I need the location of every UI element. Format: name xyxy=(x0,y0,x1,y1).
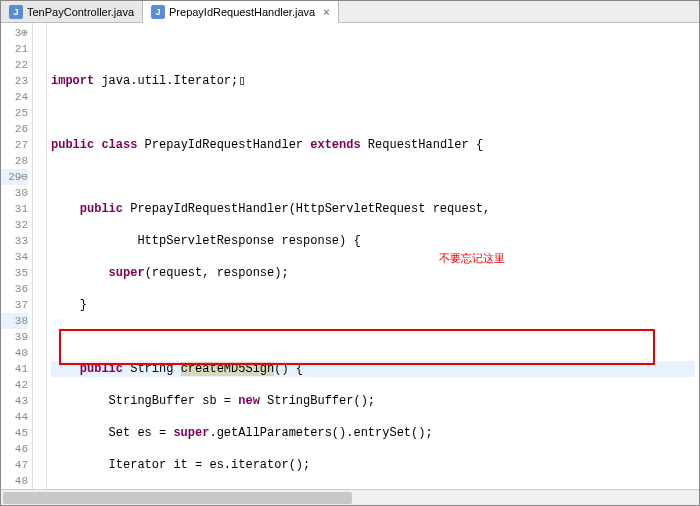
line-number-gutter: 3⊕212223242526272829⊖3031323334353637383… xyxy=(1,23,33,489)
tab-label: PrepayIdRequestHandler.java xyxy=(169,6,315,18)
code-area[interactable]: import java.util.Iterator;▯ public class… xyxy=(47,23,699,489)
java-file-icon: J xyxy=(9,5,23,19)
java-file-icon: J xyxy=(151,5,165,19)
code-editor[interactable]: 3⊕212223242526272829⊖3031323334353637383… xyxy=(1,23,699,489)
editor-tabs: J TenPayController.java J PrepayIdReques… xyxy=(1,1,699,23)
annotation-text: 不要忘记这里 xyxy=(439,251,505,266)
scrollbar-thumb[interactable] xyxy=(3,492,352,504)
tab-prepayidrequesthandler[interactable]: J PrepayIdRequestHandler.java × xyxy=(143,1,339,23)
tab-label: TenPayController.java xyxy=(27,6,134,18)
close-icon[interactable]: × xyxy=(323,6,329,18)
tab-tenpaycontroller[interactable]: J TenPayController.java xyxy=(1,1,143,22)
fold-gutter xyxy=(33,23,47,489)
horizontal-scrollbar[interactable] xyxy=(1,489,699,505)
